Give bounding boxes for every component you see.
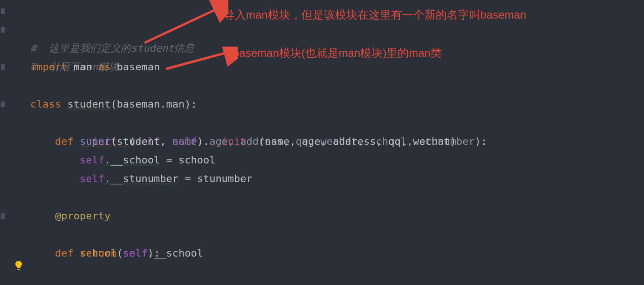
code-line: def school(self): xyxy=(6,207,644,225)
keyword-return: return xyxy=(80,247,116,259)
code-line-blank xyxy=(6,76,644,95)
code-line: def __init__(self, name, age, address, q… xyxy=(6,95,644,114)
code-line: self.__stunumber = stunumber xyxy=(6,151,644,170)
code-line-blank xyxy=(6,170,644,188)
code-line: @property xyxy=(6,188,644,207)
code-editor[interactable]: # 这里是我们定义的student信息 # 引用下man模块 import ma… xyxy=(6,0,644,244)
code-line: return self.__school xyxy=(6,225,644,244)
code-line: self.__school = school xyxy=(6,132,644,151)
code-line: # 引用下man模块 xyxy=(6,20,644,39)
fold-marker-icon[interactable] xyxy=(1,64,5,70)
lightbulb-icon[interactable] xyxy=(13,260,24,271)
editor-gutter xyxy=(0,0,6,285)
fold-marker-icon[interactable] xyxy=(1,213,5,219)
fold-marker-icon[interactable] xyxy=(1,102,5,107)
annotation-text: 导入man模块，但是该模块在这里有一个新的名字叫baseman xyxy=(224,8,526,22)
fold-marker-icon[interactable] xyxy=(1,27,5,33)
param-self: self xyxy=(123,247,148,259)
annotation-text: baseman模块(也就是man模块)里的man类 xyxy=(233,47,442,60)
code-line: class student(baseman.man): xyxy=(6,58,644,76)
fold-marker-icon[interactable] xyxy=(1,8,5,14)
attr-name: .__school xyxy=(148,247,203,259)
code-line: super(student, self).__init__(name, age,… xyxy=(6,114,644,132)
